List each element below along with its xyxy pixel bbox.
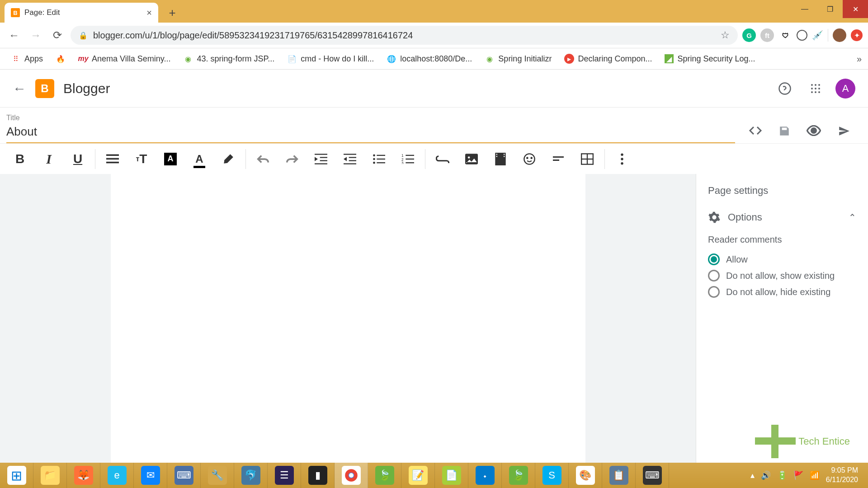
battery-icon[interactable]: 🔋 [777,470,787,480]
title-input[interactable] [6,125,735,143]
editor-canvas[interactable] [111,174,585,488]
video-button[interactable] [486,146,515,172]
preview-icon[interactable] [807,125,821,137]
save-icon[interactable] [778,125,790,137]
google-apps-icon[interactable] [805,78,826,99]
text-color-button[interactable]: A [185,146,214,172]
extension-icon[interactable] [797,30,807,41]
document-icon[interactable]: 📋 [602,463,636,488]
help-icon[interactable] [774,78,796,99]
radio-no-hide-existing[interactable]: Do not allow, hide existing [708,284,856,300]
image-button[interactable] [457,146,486,172]
tools-icon[interactable]: 🔧 [201,463,234,488]
bookmarks-bar: ⠿ Apps 🔥 my Anema Villa Seminy... ◉ 43. … [0,48,868,70]
shield-extension-icon[interactable]: 🛡 [778,28,792,42]
paint-icon[interactable]: 🎨 [569,463,602,488]
vscode-icon[interactable]: ⬩ [468,463,502,488]
browser-tab-strip: B Page: Edit × + — ❐ ✕ [0,0,868,23]
clock[interactable]: 9:05 PM 6/11/2020 [826,466,863,485]
cmd-icon[interactable]: ▮ [301,463,335,488]
new-tab-button[interactable]: + [164,4,181,21]
text-background-button[interactable]: A [156,146,185,172]
font-size-button[interactable]: тT [127,146,156,172]
back-button[interactable]: ← [5,27,23,44]
outdent-button[interactable] [335,146,364,172]
bookmark-item[interactable]: 📄 cmd - How do I kill... [283,51,378,66]
table-button[interactable] [573,146,602,172]
radio-no-show-existing[interactable]: Do not allow, show existing [708,267,856,284]
minimize-button[interactable]: — [792,0,817,18]
flag-icon[interactable]: 🚩 [793,470,803,480]
maximize-button[interactable]: ❐ [817,0,843,18]
notes-icon[interactable]: 📝 [401,463,435,488]
user-avatar[interactable]: A [835,79,855,99]
link-button[interactable] [428,146,457,172]
svg-rect-23 [377,155,385,155]
bookmark-item[interactable]: ◉ 43. spring-form JSP... [179,51,279,66]
profile-avatar[interactable] [833,28,846,42]
eyedropper-extension-icon[interactable]: 💉 [812,30,823,41]
firefox-icon[interactable]: 🦊 [67,463,100,488]
bullet-list-button[interactable] [364,146,393,172]
grammarly-extension-icon[interactable]: G [742,28,756,42]
bookmarks-overflow-icon[interactable]: » [857,54,862,64]
svg-rect-31 [406,158,414,159]
chrome-icon[interactable] [335,463,368,488]
eclipse-icon[interactable]: ☰ [268,463,301,488]
options-section-toggle[interactable]: Options ⌃ [708,207,856,227]
italic-button[interactable]: I [34,146,63,172]
paragraph-style-button[interactable] [98,146,127,172]
mysql-icon[interactable]: 🐬 [234,463,268,488]
more-options-button[interactable] [608,146,637,172]
skype-icon[interactable]: S [535,463,569,488]
bookmark-apps[interactable]: ⠿ Apps [6,51,47,66]
url-field[interactable]: 🔒 blogger.com/u/1/blog/page/edit/5895323… [71,26,738,45]
bookmark-item[interactable]: my Anema Villa Seminy... [74,51,175,66]
onscreen-keyboard-icon[interactable]: ⌨ [636,463,669,488]
browser-tab[interactable]: B Page: Edit × [5,3,158,23]
wifi-icon[interactable]: 📶 [810,470,820,480]
reload-button[interactable]: ⟳ [49,27,66,44]
svg-rect-18 [344,154,356,155]
spring-tool-icon[interactable]: 🍃 [502,463,535,488]
bookmark-star-icon[interactable]: ☆ [721,29,730,41]
radio-allow[interactable]: Allow [708,251,856,267]
publish-icon[interactable] [837,125,851,137]
svg-point-7 [811,91,813,93]
indent-button[interactable] [307,146,335,172]
spring-icon[interactable]: 🍃 [368,463,401,488]
tray-expand-icon[interactable]: ▴ [750,470,755,480]
svg-rect-33 [406,162,414,163]
extension-icon[interactable]: ft [760,28,774,42]
divider-button[interactable] [544,146,573,172]
app-back-button[interactable]: ← [13,81,26,96]
start-button[interactable]: ⊞ [0,463,33,488]
html-view-icon[interactable] [749,125,762,137]
bookmark-item[interactable]: 🌐 localhost:8080/De... [382,51,476,66]
taskbar: ⊞ 📁 🦊 e ✉ ⌨ 🔧 🐬 ☰ ▮ 🍃 📝 📄 ⬩ 🍃 S 🎨 📋 ⌨ ▴ … [0,463,868,488]
bookmark-item[interactable]: ◢ Spring Security Log... [660,52,760,66]
keyboard-icon[interactable]: ⌨ [167,463,201,488]
undo-button[interactable] [249,146,278,172]
bold-button[interactable]: B [5,146,34,172]
svg-point-24 [373,158,375,160]
numbered-list-button[interactable]: 123 [393,146,422,172]
bookmark-item[interactable]: 🔥 [51,51,70,66]
forward-button[interactable]: → [27,27,44,44]
emoji-button[interactable] [515,146,544,172]
ie-icon[interactable]: e [100,463,134,488]
close-tab-icon[interactable]: × [146,8,152,18]
svg-rect-15 [320,157,327,158]
underline-button[interactable]: U [63,146,92,172]
bookmark-item[interactable]: ▸ Declaring Compon... [560,51,656,66]
svg-rect-20 [349,160,356,161]
notepad-icon[interactable]: 📄 [435,463,468,488]
redo-button[interactable] [278,146,307,172]
highlight-button[interactable] [214,146,243,172]
bookmark-item[interactable]: ◉ Spring Initializr [480,51,556,66]
file-explorer-icon[interactable]: 📁 [33,463,67,488]
thunderbird-icon[interactable]: ✉ [134,463,167,488]
close-window-button[interactable]: ✕ [843,0,868,18]
volume-icon[interactable]: 🔊 [761,470,771,480]
notifications-icon[interactable]: ✦ [851,29,863,41]
